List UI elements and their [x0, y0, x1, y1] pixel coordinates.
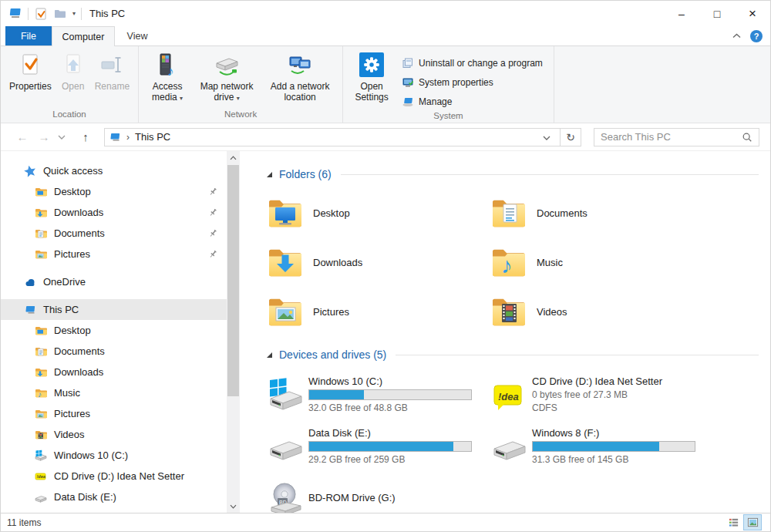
ribbon-tab-row: File Computer View ?: [1, 26, 770, 46]
sidebar-scrollbar[interactable]: [227, 151, 240, 513]
drive-tile-cd-drive-d[interactable]: !dea CD Drive (D:) Idea Net Setter 0 byt…: [490, 369, 714, 420]
body: Quick access Desktop Downloads Documents…: [1, 151, 770, 513]
folder-tile-music[interactable]: ♪ Music: [490, 237, 714, 287]
sidebar-item-pc-music[interactable]: ♪ Music: [1, 382, 227, 403]
tab-view[interactable]: View: [115, 26, 160, 45]
divider: [81, 8, 82, 20]
quick-access-toolbar: ▾ This PC: [1, 6, 125, 22]
drive-tile-data-disk-e[interactable]: Data Disk (E:) 29.2 GB free of 259 GB: [267, 420, 490, 472]
manage-button[interactable]: Manage: [396, 92, 549, 111]
uninstall-program-button[interactable]: Uninstall or change a program: [396, 53, 549, 72]
search-input[interactable]: [601, 131, 742, 143]
pictures-folder-icon: [267, 293, 304, 330]
scrollbar-thumb[interactable]: [227, 165, 239, 396]
sidebar-item-documents[interactable]: Documents: [1, 223, 227, 244]
sidebar-item-pc-cd-drive-d[interactable]: !dea CD Drive (D:) Idea Net Setter: [1, 466, 227, 487]
qat-customize-caret-icon[interactable]: ▾: [72, 10, 76, 17]
add-network-location-button[interactable]: Add a network location: [262, 49, 338, 109]
dropdown-caret-icon: ▾: [180, 95, 183, 102]
rename-button[interactable]: Rename: [91, 49, 133, 109]
search-icon[interactable]: [742, 132, 752, 143]
folder-tile-desktop[interactable]: Desktop: [267, 188, 490, 237]
file-list: Folders (6) Desktop Documents Downloads: [240, 151, 770, 513]
videos-folder-icon: [35, 429, 47, 441]
sidebar-item-pc-downloads[interactable]: Downloads: [1, 362, 227, 382]
refresh-icon[interactable]: ↻: [561, 128, 581, 146]
item-count: 11 items: [7, 517, 41, 528]
access-media-button[interactable]: ♪ Access media ▾: [143, 49, 191, 109]
folders-grid: Desktop Documents Downloads ♪ Music Pict…: [267, 188, 759, 336]
svg-text:♪: ♪: [38, 390, 42, 399]
videos-folder-icon: [490, 293, 527, 330]
sidebar-item-pc-videos[interactable]: Videos: [1, 424, 227, 445]
system-properties-icon: [402, 76, 414, 89]
close-button[interactable]: ×: [735, 1, 770, 26]
map-network-drive-button[interactable]: Map network drive ▾: [191, 49, 262, 109]
disk-usage-bar: [308, 441, 472, 452]
collapse-ribbon-icon[interactable]: [732, 33, 741, 39]
sidebar-item-quick-access[interactable]: Quick access: [1, 160, 227, 181]
details-view-icon[interactable]: [725, 515, 742, 530]
settings-gear-icon: [358, 50, 386, 79]
sidebar-item-pc-desktop[interactable]: Desktop: [1, 320, 227, 341]
pin-icon[interactable]: [208, 208, 217, 217]
folder-tile-videos[interactable]: Videos: [490, 287, 714, 336]
folders-section-header[interactable]: Folders (6): [267, 167, 759, 182]
drive-tile-bd-rom-g[interactable]: BD BD-ROM Drive (G:): [267, 472, 490, 513]
tab-file[interactable]: File: [5, 26, 52, 45]
drive-tile-windows10-c[interactable]: Windows 10 (C:) 32.0 GB free of 48.8 GB: [267, 369, 490, 420]
open-icon: [59, 50, 87, 79]
up-icon[interactable]: ↑: [75, 130, 96, 143]
system-properties-button[interactable]: System properties: [396, 72, 549, 92]
pin-icon[interactable]: [208, 250, 217, 259]
drive-icon: [490, 428, 527, 465]
sidebar-item-pictures[interactable]: Pictures: [1, 244, 227, 264]
pin-icon[interactable]: [208, 229, 217, 238]
downloads-folder-icon: [35, 366, 47, 379]
folder-tile-downloads[interactable]: Downloads: [267, 237, 490, 287]
pin-icon[interactable]: [208, 187, 217, 197]
help-icon[interactable]: ?: [750, 30, 763, 42]
onedrive-cloud-icon: [24, 276, 36, 288]
sidebar-item-downloads[interactable]: Downloads: [1, 202, 227, 223]
sidebar-item-pc-pictures[interactable]: Pictures: [1, 403, 227, 424]
devices-section-header[interactable]: Devices and drives (5): [267, 347, 759, 362]
maximize-button[interactable]: □: [699, 1, 735, 26]
recent-locations-chevron-icon[interactable]: [55, 135, 69, 140]
properties-button[interactable]: Properties: [5, 49, 56, 109]
idea-cd-icon: !dea: [490, 376, 527, 413]
new-folder-qat-icon[interactable]: [53, 7, 67, 21]
search-box[interactable]: [594, 128, 759, 146]
scroll-up-icon[interactable]: [227, 151, 240, 164]
sidebar-item-pc-data-disk-e[interactable]: Data Disk (E:): [1, 487, 227, 507]
back-icon[interactable]: ←: [12, 130, 33, 143]
tab-computer[interactable]: Computer: [52, 26, 115, 46]
scroll-down-icon[interactable]: [227, 500, 240, 513]
address-dropdown-icon[interactable]: [537, 131, 556, 143]
minimize-button[interactable]: –: [664, 1, 699, 26]
sidebar-item-pc-windows10-c[interactable]: Windows 10 (C:): [1, 445, 227, 466]
ribbon-group-location: Properties Open Rename Location: [1, 46, 139, 123]
open-settings-button[interactable]: Open Settings: [348, 49, 396, 111]
sidebar-item-desktop[interactable]: Desktop: [1, 181, 227, 202]
ribbon: Properties Open Rename Location: [1, 46, 770, 123]
drive-tile-windows8-f[interactable]: Windows 8 (F:) 31.3 GB free of 145 GB: [490, 420, 714, 472]
folder-tile-documents[interactable]: Documents: [490, 188, 714, 237]
breadcrumb[interactable]: › This PC: [104, 128, 561, 146]
section-collapse-icon[interactable]: [267, 172, 272, 177]
breadcrumb-location[interactable]: This PC: [135, 131, 170, 143]
status-bar: 11 items: [1, 513, 770, 531]
sidebar-item-pc-documents[interactable]: Documents: [1, 341, 227, 362]
forward-icon[interactable]: →: [33, 130, 55, 143]
properties-qat-icon[interactable]: [34, 7, 48, 21]
section-collapse-icon[interactable]: [267, 352, 272, 358]
sidebar-item-this-pc[interactable]: This PC: [1, 299, 227, 320]
open-button[interactable]: Open: [56, 49, 91, 109]
thumbnails-view-icon[interactable]: [744, 515, 761, 530]
uninstall-program-icon: [402, 57, 414, 69]
folder-tile-pictures[interactable]: Pictures: [267, 287, 490, 336]
desktop-folder-icon: [35, 325, 47, 337]
music-folder-icon: ♪: [35, 387, 47, 399]
sidebar-item-onedrive[interactable]: OneDrive: [1, 271, 227, 292]
address-bar: ← → ↑ › This PC ↻: [1, 123, 770, 151]
